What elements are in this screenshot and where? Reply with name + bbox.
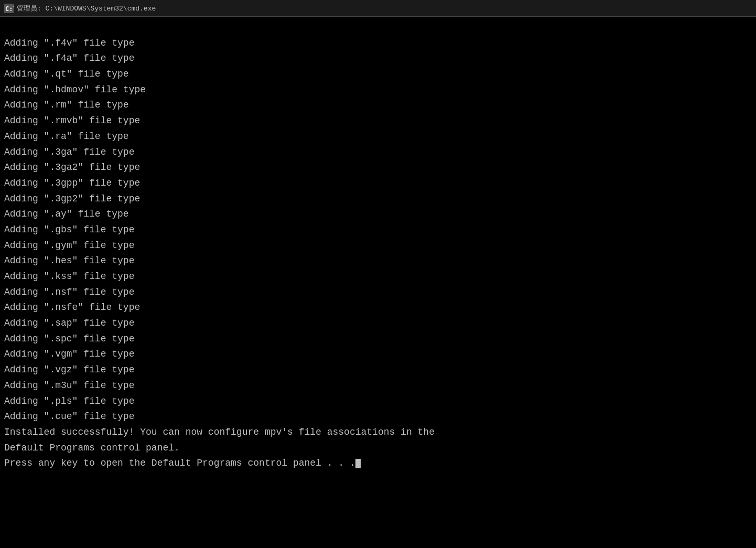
console-line: Adding ".3ga2" file type	[4, 160, 752, 176]
console-line: Adding ".ay" file type	[4, 207, 752, 222]
title-bar-text: 管理员: C:\WINDOWS\System32\cmd.exe	[17, 4, 156, 13]
cursor	[355, 459, 361, 468]
console-line: Adding ".kss" file type	[4, 269, 752, 285]
console-line: Adding ".cue" file type	[4, 409, 752, 425]
title-bar: C:\ 管理员: C:\WINDOWS\System32\cmd.exe	[0, 0, 756, 17]
console-line: Adding ".vgz" file type	[4, 362, 752, 378]
console-line: Adding ".pls" file type	[4, 394, 752, 410]
console-line: Default Programs control panel.	[4, 440, 752, 456]
console-line: Adding ".hes" file type	[4, 253, 752, 269]
console-line: Adding ".3gp2" file type	[4, 191, 752, 207]
console-line: Adding ".rmvb" file type	[4, 113, 752, 129]
title-bar-icon: C:\	[4, 4, 14, 13]
console-line: Adding ".vgm" file type	[4, 347, 752, 362]
console-line: Adding ".ra" file type	[4, 129, 752, 145]
console-line: Adding ".f4v" file type	[4, 36, 752, 51]
console-line: Installed successfully! You can now conf…	[4, 425, 752, 440]
console-line: Adding ".gym" file type	[4, 238, 752, 254]
console-line: Adding ".f4a" file type	[4, 51, 752, 67]
console-line: Adding ".spc" file type	[4, 331, 752, 347]
console-line: Press any key to open the Default Progra…	[4, 456, 752, 471]
console-line: Adding ".rm" file type	[4, 98, 752, 113]
console-line: Adding ".3ga" file type	[4, 145, 752, 160]
console-line: Adding ".nsf" file type	[4, 285, 752, 300]
console-line: Adding ".sap" file type	[4, 316, 752, 331]
console-line: Adding ".gbs" file type	[4, 222, 752, 238]
console-line: Adding ".m3u" file type	[4, 378, 752, 394]
svg-text:C:\: C:\	[5, 5, 14, 13]
console-line: Adding ".3gpp" file type	[4, 176, 752, 191]
console-line: Adding ".nsfe" file type	[4, 300, 752, 316]
console-line: Adding ".hdmov" file type	[4, 82, 752, 98]
console-line: Adding ".qt" file type	[4, 67, 752, 82]
console-body: Adding ".f4v" file typeAdding ".f4a" fil…	[0, 17, 756, 548]
